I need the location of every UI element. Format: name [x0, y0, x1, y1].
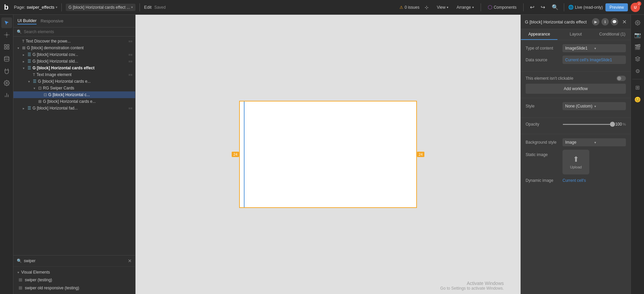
sidebar-icon-database[interactable] [1, 54, 12, 64]
fr-icon-grid[interactable]: ⊞ [632, 82, 643, 93]
dynamic-image-control: Current cell's [562, 178, 626, 183]
fr-icon-camera[interactable]: 📷 [632, 29, 643, 40]
play-icon-button[interactable]: ▶ [592, 18, 599, 25]
opacity-slider[interactable] [562, 124, 615, 125]
notification-badge[interactable]: U 2 [631, 3, 640, 12]
notification-count: 2 [636, 2, 641, 7]
tree-item-h-fad[interactable]: ▸ ☰ G [block] Horizontal fad... ≡≡ [13, 105, 135, 112]
group-icon-hslid: ☰ [28, 59, 31, 64]
clickable-toggle[interactable] [616, 76, 626, 81]
toggle-hcov[interactable]: ▸ [23, 53, 28, 57]
opacity-label: Opacity [526, 122, 562, 127]
close-search-button[interactable]: ✕ [128, 258, 132, 264]
live-label: Live (read-only) [575, 5, 603, 10]
toggle-hce[interactable]: ▾ [23, 66, 28, 70]
toggle-hfad[interactable]: ▸ [23, 106, 28, 110]
rpanel-tab-appearance[interactable]: Appearance [521, 29, 557, 40]
toggle-rg[interactable]: ▾ [34, 86, 38, 90]
sidebar-icon-settings[interactable] [1, 78, 12, 88]
svg-rect-1 [4, 45, 6, 46]
fr-icon-user[interactable]: 😊 [632, 94, 643, 105]
toggle-hslid[interactable]: ▸ [23, 60, 28, 63]
upload-icon: ⬆ [573, 155, 579, 164]
not-clickable-label: This element isn't clickable [526, 76, 573, 81]
style-dropdown[interactable]: None (Custom) ▾ [562, 102, 626, 110]
data-source-row: Data source Current cell's ImageSlide1 [526, 56, 626, 64]
redo-button[interactable]: ↪ [538, 3, 548, 12]
group-icon-hcov: ☰ [28, 52, 31, 57]
rpanel-tab-conditional[interactable]: Conditional (1) [594, 29, 631, 40]
type-of-content-value: ImageSlide1 [565, 46, 594, 51]
issues-indicator[interactable]: ⚠ 0 issues [399, 5, 419, 10]
element-search-input[interactable] [24, 29, 132, 34]
search-button[interactable]: 🔍 [550, 3, 560, 12]
right-panel-close-button[interactable]: ✕ [622, 19, 627, 25]
live-button[interactable]: Live (read-only) [568, 5, 603, 10]
canvas-frame: 24 24 [239, 101, 417, 208]
preview-button[interactable]: Preview [605, 3, 628, 11]
app-logo: b [4, 3, 8, 12]
upload-button[interactable]: ⬆ Upload [562, 150, 589, 174]
item-label: G [block] demonstration content [27, 46, 84, 50]
comment-icon-button[interactable]: 💬 [611, 18, 618, 25]
plugin-swiper[interactable]: swiper (testing) [13, 276, 135, 284]
canvas-blue-bar [244, 101, 245, 207]
tab-responsive[interactable]: Responsive [41, 18, 63, 24]
item-label: G [block] Horizontal c... [48, 92, 90, 97]
rpanel-tab-layout[interactable]: Layout [557, 29, 594, 40]
data-source-box[interactable]: Current cell's ImageSlide1 [562, 56, 626, 64]
tree-item-text-discover[interactable]: T Text Discover the powe... ≡≡ [13, 38, 135, 45]
bottom-search-icon: 🔍 [17, 259, 22, 263]
sidebar-icon-plug[interactable] [1, 66, 12, 76]
fr-icon-video[interactable]: 🎬 [632, 42, 643, 52]
undo-redo-group: ↩ ↪ [528, 3, 548, 12]
bg-style-dropdown[interactable]: Image ▾ [562, 138, 626, 146]
plugin-swiper-old[interactable]: swiper old responsive (testing) [13, 284, 135, 292]
panel-tabs: UI Builder Responsive [13, 15, 135, 27]
view-button[interactable]: View ▾ [434, 4, 451, 11]
canvas-inner: 24 24 Activate Windows Go to Settings to… [136, 15, 521, 294]
fr-icon-settings-cog[interactable]: ⚙ [632, 66, 643, 76]
dd-arrow-type: ▾ [594, 47, 624, 50]
tree-item-hce3[interactable]: ⊞ G [block] Horizontal cards e... [13, 98, 135, 105]
sidebar-icon-pointer[interactable] [1, 17, 12, 28]
sidebar-icon-grid[interactable] [1, 42, 12, 52]
arrange-button[interactable]: Arrange ▾ [454, 4, 477, 11]
item-extra: ≡≡ [128, 60, 132, 63]
sidebar-icon-cursor[interactable] [1, 29, 12, 40]
bottom-search-input[interactable] [24, 259, 126, 263]
fr-icon-layers[interactable] [632, 54, 643, 64]
tree-item-demo-content[interactable]: ▾ ⊞ G [block] demonstration content [13, 45, 135, 51]
components-button[interactable]: ⬡ Components [485, 3, 519, 12]
toggle-demo[interactable]: ▾ [17, 46, 22, 50]
tree-item-h-cov[interactable]: ▸ ☰ G [block] Horizontal cov... ≡≡ [13, 51, 135, 58]
tree-item-hce[interactable]: ▾ ☰ G [block] Horizontal cards effect [13, 65, 135, 71]
bottom-search-header: 🔍 ✕ [13, 255, 135, 267]
toggle-hce2[interactable]: ▾ [28, 80, 33, 83]
block-selector[interactable]: G [block] Horizontal cards effect ... ▾ [66, 4, 136, 11]
tab-ui-builder[interactable]: UI Builder [17, 17, 37, 24]
tree-item-hce2[interactable]: ▾ ☰ G [block] Horizontal cards e... [13, 78, 135, 85]
data-source-link[interactable]: Current cell's ImageSlide1 [565, 58, 612, 62]
tree-item-hc-selected[interactable]: ⊡ G [block] Horizontal c... [13, 91, 135, 98]
user-avatar[interactable]: U [631, 3, 640, 12]
rpanel-content: Type of content ImageSlide1 ▾ Data sourc… [521, 40, 631, 294]
fr-icon-settings[interactable] [632, 17, 643, 28]
sidebar-icon-chart[interactable] [1, 90, 12, 100]
margin-right-label: 24 [417, 152, 424, 157]
dynamic-image-value[interactable]: Current cell's [562, 178, 586, 183]
tree-item-rg-swiper[interactable]: ▾ ⊡ RG Swiper Cards [13, 85, 135, 91]
type-of-content-dropdown[interactable]: ImageSlide1 ▾ [562, 44, 626, 52]
info-icon-button[interactable]: ℹ [601, 18, 609, 25]
cursor-tool-button[interactable]: ⊹ [422, 3, 431, 12]
type-of-content-row: Type of content ImageSlide1 ▾ [526, 44, 626, 52]
add-workflow-button[interactable]: Add workflow [526, 84, 626, 94]
rpanel-tabs: Appearance Layout Conditional (1) [521, 29, 631, 40]
clickable-section: This element isn't clickable Add workflo… [521, 72, 631, 98]
tree-item-h-slid[interactable]: ▸ ☰ G [block] Horizontal slid... ≡≡ [13, 58, 135, 65]
undo-button[interactable]: ↩ [528, 3, 537, 12]
item-label: RG Swiper Cards [43, 86, 74, 90]
visual-elements-header[interactable]: ▾ Visual Elements [13, 269, 135, 276]
bottom-search-panel: 🔍 ✕ ▾ Visual Elements swiper (testing) s… [13, 255, 135, 294]
tree-item-text-img[interactable]: T Text Image element ≡≡ [13, 71, 135, 78]
